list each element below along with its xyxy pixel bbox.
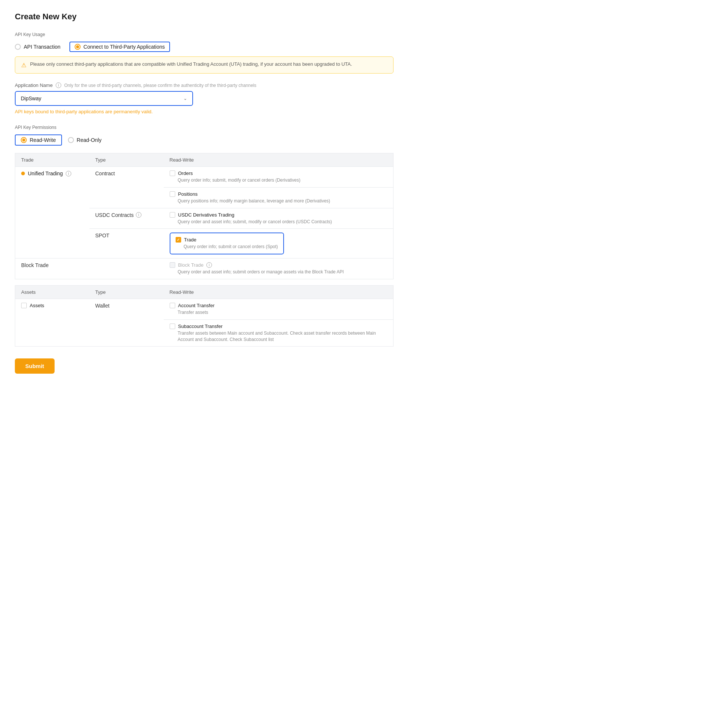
submit-button[interactable]: Submit: [15, 358, 54, 374]
application-name-label-row: Application Name i Only for the use of t…: [15, 83, 394, 88]
block-trade-cell: Block Trade: [15, 258, 89, 279]
positions-desc: Query positions info; modify margin bala…: [170, 198, 388, 204]
radio-label-api-transaction: API Transaction: [24, 44, 60, 50]
assets-trade-checkbox-row: Assets: [21, 303, 83, 308]
spot-trade-perm-item: Trade Query order info; submit or cancel…: [176, 237, 278, 250]
spot-type-cell: SPOT: [89, 229, 164, 258]
radio-dot-api-transaction: [15, 44, 21, 50]
table-row: Block Trade Block Trade i Query order an…: [15, 258, 394, 279]
assets-checkbox[interactable]: [21, 303, 27, 308]
orders-permission-cell: Orders Query order info; submit, modify …: [164, 167, 394, 187]
api-key-usage-section: API Key Usage API Transaction Connect to…: [15, 32, 394, 74]
orders-perm-item: Orders Query order info; submit, modify …: [170, 171, 388, 183]
subaccount-transfer-desc: Transfer assets between Main account and…: [170, 330, 388, 343]
application-name-select[interactable]: DipSway ⌄: [15, 91, 193, 106]
block-trade-permission-cell: Block Trade i Query order and asset info…: [164, 258, 394, 279]
permissions-label: API Key Permissions: [15, 125, 394, 130]
contract-type-text: Contract: [95, 171, 115, 177]
api-key-usage-label: API Key Usage: [15, 32, 394, 37]
assets-table-header-row: Assets Type Read-Write: [15, 285, 394, 299]
subaccount-transfer-cell: Subaccount Transfer Transfer assets betw…: [164, 319, 394, 347]
radio-read-write[interactable]: Read-Write: [15, 134, 62, 146]
uta-alert: ⚠ Please only connect third-party applic…: [15, 56, 394, 74]
spot-trade-checkbox[interactable]: [176, 237, 181, 243]
application-name-info-icon[interactable]: i: [56, 83, 61, 88]
spot-trade-label: Trade: [184, 237, 196, 243]
page-title: Create New Key: [15, 12, 394, 21]
usdc-derivatives-permission-cell: USDC Derivatives Trading Query order and…: [164, 208, 394, 229]
usdc-derivatives-desc: Query order and asset info; submit, modi…: [170, 219, 388, 225]
table-row: Assets Wallet Account Transfer Transfer …: [15, 299, 394, 319]
usdc-contracts-info-icon[interactable]: i: [136, 212, 142, 217]
block-trade-text: Block Trade: [21, 262, 49, 268]
positions-perm-item: Positions Query positions info; modify m…: [170, 191, 388, 204]
orders-desc: Query order info; submit, modify or canc…: [170, 177, 388, 183]
positions-permission-cell: Positions Query positions info; modify m…: [164, 187, 394, 208]
subaccount-transfer-checkbox[interactable]: [170, 323, 175, 329]
api-key-usage-radio-group: API Transaction Connect to Third-Party A…: [15, 42, 394, 52]
account-transfer-label: Account Transfer: [178, 303, 214, 308]
positions-label: Positions: [178, 191, 198, 197]
alert-icon: ⚠: [21, 62, 26, 69]
account-transfer-checkbox[interactable]: [170, 303, 175, 308]
contract-type-cell: Contract: [89, 167, 164, 208]
wallet-type-text: Wallet: [95, 303, 110, 309]
radio-label-connect-third-party: Connect to Third-Party Applications: [83, 44, 165, 50]
permissions-radio-group: Read-Write Read-Only: [15, 134, 394, 146]
unified-trading-cell: Unified Trading i: [15, 167, 89, 258]
assets-col-header: Assets: [15, 285, 89, 299]
assets-type-col-header: Type: [89, 285, 164, 299]
block-trade-label: Block Trade: [178, 262, 204, 268]
radio-connect-third-party[interactable]: Connect to Third-Party Applications: [69, 42, 170, 52]
orders-label: Orders: [178, 171, 193, 176]
unified-trading-info-icon[interactable]: i: [66, 171, 71, 177]
positions-checkbox[interactable]: [170, 191, 175, 197]
block-trade-checkbox[interactable]: [170, 262, 175, 268]
account-transfer-perm-item: Account Transfer Transfer assets: [170, 303, 388, 316]
usdc-derivatives-perm-item: USDC Derivatives Trading Query order and…: [170, 212, 388, 225]
unified-trading-text: Unified Trading: [28, 171, 63, 177]
orders-checkbox-row: Orders: [170, 171, 388, 176]
type-col-header: Type: [89, 153, 164, 167]
block-trade-type-cell: [89, 258, 164, 279]
trade-table-header-row: Trade Type Read-Write: [15, 153, 394, 167]
table-row: Unified Trading i Contract Orders Query …: [15, 167, 394, 187]
trade-permissions-table: Trade Type Read-Write Unified Trading i …: [15, 153, 394, 279]
positions-checkbox-row: Positions: [170, 191, 388, 197]
usdc-derivatives-checkbox[interactable]: [170, 212, 175, 217]
spot-trade-permission-cell: Trade Query order info; submit or cancel…: [164, 229, 394, 258]
spot-trade-boxed: Trade Query order info; submit or cancel…: [170, 233, 284, 254]
api-key-permissions-section: API Key Permissions Read-Write Read-Only…: [15, 125, 394, 374]
wallet-type-cell: Wallet: [89, 299, 164, 346]
spot-type-text: SPOT: [95, 233, 110, 239]
spot-trade-desc: Query order info; submit or cancel order…: [176, 244, 278, 250]
radio-label-read-write: Read-Write: [30, 137, 56, 143]
subaccount-transfer-checkbox-row: Subaccount Transfer: [170, 323, 388, 329]
permanent-valid-text: API keys bound to third-party applicatio…: [15, 109, 394, 115]
spot-trade-checkbox-row: Trade: [176, 237, 278, 243]
application-name-label: Application Name: [15, 83, 53, 88]
usdc-derivatives-checkbox-row: USDC Derivatives Trading: [170, 212, 388, 217]
radio-dot-read-only: [68, 137, 74, 143]
usdc-derivatives-label: USDC Derivatives Trading: [178, 212, 235, 217]
account-transfer-cell: Account Transfer Transfer assets: [164, 299, 394, 319]
block-trade-info-icon[interactable]: i: [207, 262, 212, 268]
alert-text: Please only connect third-party applicat…: [30, 61, 352, 67]
usdc-contracts-type-text: USDC Contracts: [95, 212, 134, 218]
unified-trading-label: Unified Trading i: [21, 171, 83, 177]
radio-read-only[interactable]: Read-Only: [68, 137, 102, 143]
unified-trading-bullet: [21, 172, 25, 175]
assets-permissions-table: Assets Type Read-Write Assets Wallet: [15, 285, 394, 347]
assets-rw-col-header: Read-Write: [164, 285, 394, 299]
orders-checkbox[interactable]: [170, 171, 175, 176]
rw-col-header: Read-Write: [164, 153, 394, 167]
account-transfer-desc: Transfer assets: [170, 310, 388, 316]
block-trade-desc: Query order and asset info; submit order…: [170, 269, 388, 275]
radio-dot-read-write: [21, 137, 27, 143]
subaccount-transfer-perm-item: Subaccount Transfer Transfer assets betw…: [170, 323, 388, 343]
assets-label: Assets: [30, 303, 44, 308]
trade-col-header: Trade: [15, 153, 89, 167]
radio-dot-connect-third-party: [75, 44, 81, 50]
radio-api-transaction[interactable]: API Transaction: [15, 44, 60, 50]
block-trade-checkbox-row: Block Trade i: [170, 262, 388, 268]
